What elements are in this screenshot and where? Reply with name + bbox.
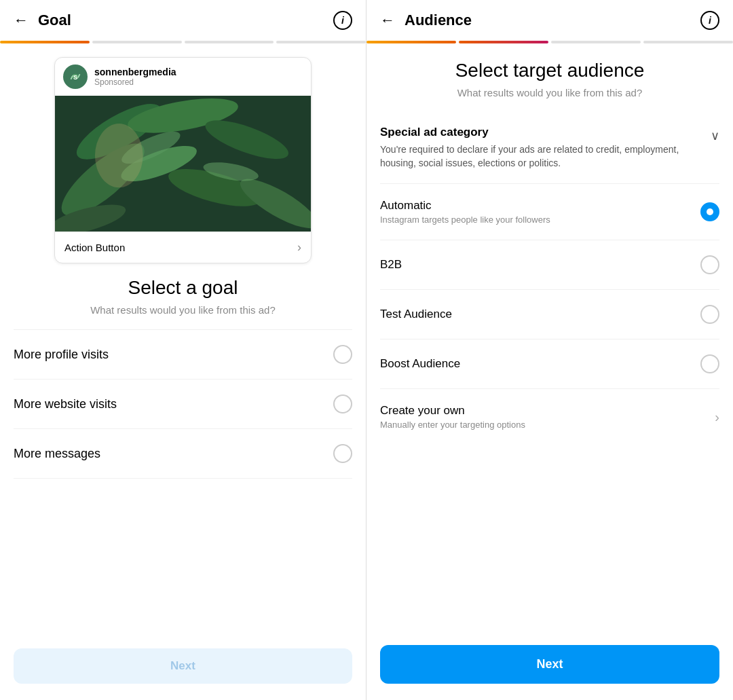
ad-sponsored-label: Sponsored <box>94 77 176 87</box>
ad-image <box>55 96 311 232</box>
ad-action-label: Action Button <box>64 242 125 253</box>
create-own-option[interactable]: Create your own Manually enter your targ… <box>380 389 719 445</box>
left-next-container: Next <box>0 638 366 700</box>
audience-name-test: Test Audience <box>380 308 700 321</box>
right-next-container: Next <box>366 634 733 700</box>
ad-image-content <box>55 96 311 232</box>
audience-option-boost-left: Boost Audience <box>380 357 700 371</box>
audience-name-boost: Boost Audience <box>380 357 700 371</box>
left-progress-seg4 <box>276 41 366 43</box>
audience-name-b2b: B2B <box>380 258 700 272</box>
special-ad-desc: You're required to declare if your ads a… <box>380 143 702 170</box>
create-own-left: Create your own Manually enter your targ… <box>380 404 715 430</box>
goal-option-profile[interactable]: More profile visits <box>14 329 352 380</box>
left-info-button[interactable]: i <box>333 11 352 30</box>
ad-account-info: sonnenbergmedia Sponsored <box>94 67 176 87</box>
right-panel: ← Audience i Select target audience What… <box>366 0 733 700</box>
audience-desc-automatic: Instagram targets people like your follo… <box>380 215 700 225</box>
goal-label-messages: More messages <box>14 447 100 461</box>
audience-option-test[interactable]: Test Audience <box>380 290 719 339</box>
left-section-subtitle: What results would you like from this ad… <box>0 304 366 316</box>
audience-option-automatic[interactable]: Automatic Instagram targets people like … <box>380 184 719 240</box>
svg-text:S: S <box>73 74 77 81</box>
audience-option-b2b[interactable]: B2B <box>380 240 719 290</box>
create-own-desc: Manually enter your targeting options <box>380 420 715 430</box>
right-progress-seg2 <box>459 41 548 43</box>
left-progress-seg1 <box>0 41 90 43</box>
audience-radio-automatic[interactable] <box>700 202 719 221</box>
goal-radio-profile[interactable] <box>333 345 352 364</box>
ad-card-header: S sonnenbergmedia Sponsored <box>55 58 311 96</box>
left-progress-seg2 <box>92 41 182 43</box>
goal-options-list: More profile visits More website visits … <box>0 329 366 638</box>
left-progress-bar <box>0 41 366 46</box>
special-ad-text: Special ad category You're required to d… <box>380 126 702 170</box>
special-ad-title: Special ad category <box>380 126 702 139</box>
left-section-title: Select a goal <box>0 277 366 299</box>
goal-radio-website[interactable] <box>333 394 352 413</box>
audience-option-automatic-left: Automatic Instagram targets people like … <box>380 199 700 225</box>
goal-label-profile: More profile visits <box>14 348 109 362</box>
audience-radio-boost[interactable] <box>700 354 719 373</box>
right-panel-title: Audience <box>405 12 700 29</box>
right-progress-bar <box>366 41 733 46</box>
right-progress-seg1 <box>366 41 456 43</box>
audience-name-automatic: Automatic <box>380 199 700 213</box>
create-own-chevron: › <box>715 409 719 425</box>
special-ad-chevron[interactable]: ∨ <box>711 128 719 143</box>
right-content-area: Select target audience What results woul… <box>366 46 733 634</box>
special-ad-section[interactable]: Special ad category You're required to d… <box>380 112 719 184</box>
goal-option-website[interactable]: More website visits <box>14 380 352 429</box>
left-panel: ← Goal i S sonnenbergmedia Sponsored <box>0 0 366 700</box>
create-own-title: Create your own <box>380 404 715 418</box>
right-section-subtitle: What results would you like from this ad… <box>380 87 719 98</box>
right-progress-seg4 <box>643 41 733 43</box>
ad-action-chevron: › <box>297 240 301 255</box>
audience-radio-b2b[interactable] <box>700 255 719 274</box>
right-info-button[interactable]: i <box>700 11 719 30</box>
audience-option-test-left: Test Audience <box>380 308 700 321</box>
audience-option-boost[interactable]: Boost Audience <box>380 339 719 389</box>
goal-radio-messages[interactable] <box>333 444 352 463</box>
svg-point-14 <box>95 124 143 187</box>
goal-label-website: More website visits <box>14 397 117 411</box>
right-header: ← Audience i <box>366 0 733 41</box>
left-header: ← Goal i <box>0 0 366 41</box>
ad-action-row[interactable]: Action Button › <box>55 232 311 263</box>
goal-option-messages[interactable]: More messages <box>14 429 352 479</box>
right-back-button[interactable]: ← <box>380 12 395 29</box>
audience-option-b2b-left: B2B <box>380 258 700 272</box>
audience-radio-test[interactable] <box>700 305 719 324</box>
ad-preview-card: S sonnenbergmedia Sponsored <box>54 57 312 263</box>
left-progress-seg3 <box>185 41 274 43</box>
left-next-button[interactable]: Next <box>14 648 352 684</box>
right-section-title: Select target audience <box>380 60 719 81</box>
ad-avatar: S <box>63 65 88 89</box>
right-next-button[interactable]: Next <box>380 645 719 684</box>
left-panel-title: Goal <box>38 12 333 29</box>
left-back-button[interactable]: ← <box>14 12 29 29</box>
ad-account-name: sonnenbergmedia <box>94 67 176 77</box>
right-progress-seg3 <box>551 41 641 43</box>
